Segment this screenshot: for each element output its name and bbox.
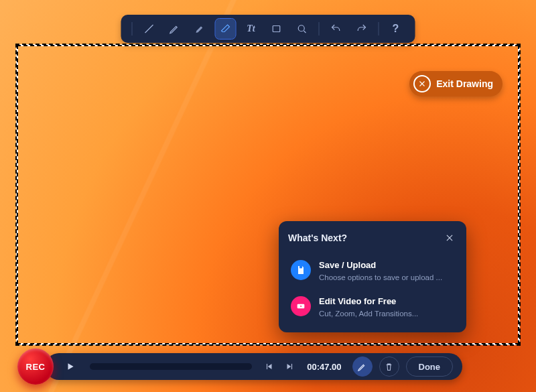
- rectangle-tool[interactable]: [267, 19, 287, 39]
- record-label: REC: [26, 362, 46, 372]
- popover-close-button[interactable]: [442, 231, 457, 245]
- edit-video-icon: [291, 296, 311, 316]
- control-pill: 00:47.00 Done: [46, 353, 462, 380]
- record-button[interactable]: REC: [17, 348, 54, 385]
- delete-button[interactable]: [379, 356, 399, 377]
- recording-canvas: Tt ? Exit Drawing What's Next?: [0, 0, 536, 392]
- svg-rect-9: [291, 364, 292, 369]
- toolbar-separator: [379, 22, 379, 36]
- skip-forward-button[interactable]: [283, 360, 296, 373]
- save-icon: [291, 260, 311, 280]
- svg-point-1: [298, 25, 304, 31]
- whats-next-popover: What's Next? Save / Upload Choose option…: [279, 221, 466, 332]
- pen-tool[interactable]: [165, 19, 185, 39]
- popover-title: What's Next?: [288, 233, 347, 243]
- playback-controls: REC 00:47.00 Done: [17, 352, 462, 381]
- svg-rect-2: [299, 266, 302, 268]
- svg-rect-0: [273, 26, 280, 32]
- done-label: Done: [419, 362, 441, 372]
- skip-back-button[interactable]: [263, 360, 276, 373]
- popover-item-edit-video[interactable]: Edit Video for Free Cut, Zoom, Add Trans…: [288, 291, 457, 324]
- undo-tool[interactable]: [326, 19, 346, 39]
- help-tool[interactable]: ?: [386, 19, 406, 39]
- popover-item-subtitle: Choose options to save or upload ...: [319, 273, 442, 283]
- highlighter-tool[interactable]: [190, 19, 210, 39]
- popover-item-subtitle: Cut, Zoom, Add Transitions...: [319, 309, 418, 319]
- svg-rect-7: [267, 364, 267, 369]
- svg-marker-6: [268, 364, 272, 369]
- play-button[interactable]: [62, 358, 79, 375]
- zoom-tool[interactable]: [292, 19, 312, 39]
- time-display: 00:47.00: [307, 363, 341, 371]
- popover-item-save-upload[interactable]: Save / Upload Choose options to save or …: [288, 255, 457, 288]
- toolbar-separator: [132, 22, 133, 36]
- exit-drawing-button[interactable]: Exit Drawing: [409, 71, 503, 96]
- line-tool[interactable]: [139, 19, 159, 39]
- text-tool[interactable]: Tt: [241, 19, 261, 39]
- help-tool-label: ?: [393, 23, 399, 34]
- drawing-toolbar: Tt ?: [121, 15, 415, 43]
- timeline-scrubber[interactable]: [90, 363, 252, 370]
- draw-toggle-button[interactable]: [352, 356, 373, 377]
- popover-item-title: Edit Video for Free: [319, 296, 418, 308]
- eraser-tool[interactable]: [216, 19, 236, 39]
- done-button[interactable]: Done: [406, 356, 454, 377]
- redo-tool[interactable]: [352, 19, 372, 39]
- text-tool-label: Tt: [247, 24, 255, 34]
- close-icon: [413, 75, 431, 92]
- svg-marker-8: [287, 364, 291, 369]
- svg-marker-5: [68, 363, 74, 369]
- popover-item-title: Save / Upload: [319, 260, 442, 271]
- toolbar-separator: [319, 22, 320, 36]
- exit-drawing-label: Exit Drawing: [436, 78, 493, 89]
